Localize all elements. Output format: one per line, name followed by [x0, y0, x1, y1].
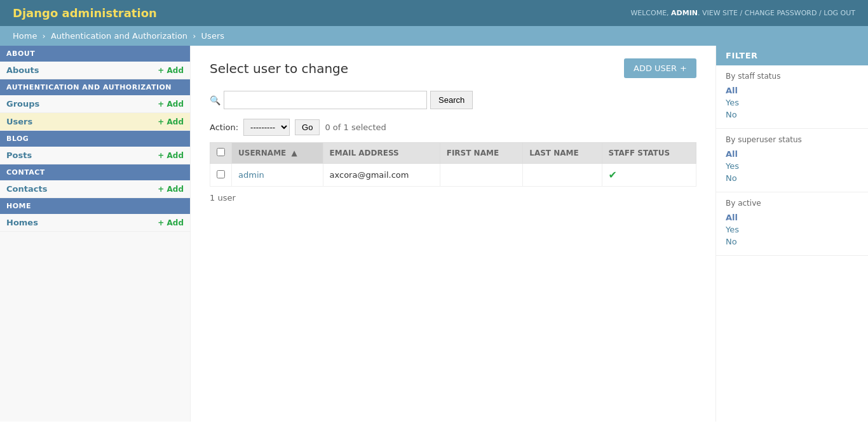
- row-checkbox-cell: [210, 164, 232, 187]
- select-all-header: [210, 143, 232, 164]
- filter-option-link[interactable]: No: [726, 237, 737, 246]
- sidebar-link-users[interactable]: Users: [6, 117, 32, 126]
- filter-header: FILTER: [716, 46, 868, 65]
- sidebar-item-abouts: Abouts+ Add: [0, 62, 190, 79]
- breadcrumb-home[interactable]: Home: [13, 31, 37, 41]
- breadcrumb-section[interactable]: Authentication and Authorization: [51, 31, 187, 41]
- search-icon: 🔍: [210, 95, 220, 105]
- logout-link[interactable]: LOG OUT: [824, 9, 855, 17]
- main-content: Select user to change ADD USER + 🔍 Searc…: [191, 46, 715, 422]
- sidebar: ABOUTAbouts+ AddAUTHENTICATION AND AUTHO…: [0, 46, 191, 422]
- username: ADMIN: [671, 9, 698, 17]
- breadcrumb-separator-2: ›: [193, 31, 198, 41]
- filter-option-link[interactable]: Yes: [726, 98, 739, 107]
- add-user-button[interactable]: ADD USER +: [624, 58, 696, 78]
- sidebar-item-contacts: Contacts+ Add: [0, 180, 190, 198]
- sidebar-section-contact: CONTACT: [0, 164, 190, 180]
- table-header-row: USERNAME ▲EMAIL ADDRESSFIRST NAMELAST NA…: [210, 143, 696, 164]
- col-last-name[interactable]: LAST NAME: [523, 143, 602, 164]
- search-button[interactable]: Search: [430, 91, 473, 109]
- sidebar-link-contacts[interactable]: Contacts: [6, 184, 47, 194]
- row-checkbox[interactable]: [217, 170, 225, 178]
- filter-option-selected[interactable]: All: [726, 213, 738, 222]
- filter-option: Yes: [726, 225, 858, 234]
- filter-section-by-staff-status: By staff statusAllYesNo: [716, 65, 868, 129]
- row-username: admin: [232, 164, 323, 187]
- sidebar-add-users[interactable]: + Add: [158, 117, 184, 126]
- filter-option-link[interactable]: Yes: [726, 225, 739, 234]
- sidebar-link-groups[interactable]: Groups: [6, 99, 39, 109]
- go-button[interactable]: Go: [295, 119, 320, 135]
- sidebar-link-homes[interactable]: Homes: [6, 218, 38, 227]
- filter-section-title: By superuser status: [726, 135, 858, 144]
- page-title: Select user to change: [210, 61, 348, 76]
- sidebar-add-posts[interactable]: + Add: [158, 151, 184, 160]
- action-select[interactable]: ---------: [243, 119, 290, 136]
- filter-section-by-superuser-status: By superuser statusAllYesNo: [716, 129, 868, 192]
- sidebar-section-about: ABOUT: [0, 46, 190, 62]
- username-link[interactable]: admin: [238, 170, 264, 180]
- filter-option: All: [726, 86, 858, 95]
- site-title: Django administration: [13, 6, 157, 20]
- table-head: USERNAME ▲EMAIL ADDRESSFIRST NAMELAST NA…: [210, 143, 696, 164]
- filter-option: Yes: [726, 161, 858, 171]
- filter-sections: By staff statusAllYesNoBy superuser stat…: [716, 65, 868, 256]
- add-icon: +: [680, 63, 687, 73]
- search-input[interactable]: [224, 91, 427, 109]
- col-first-name[interactable]: FIRST NAME: [440, 143, 523, 164]
- staff-status-icon: ✔: [609, 169, 617, 181]
- filter-section-title: By active: [726, 199, 858, 208]
- results-table: USERNAME ▲EMAIL ADDRESSFIRST NAMELAST NA…: [210, 142, 696, 187]
- sidebar-item-posts: Posts+ Add: [0, 147, 190, 164]
- filter-section-title: By staff status: [726, 72, 858, 81]
- col-email-address[interactable]: EMAIL ADDRESS: [323, 143, 440, 164]
- action-label: Action:: [210, 123, 238, 132]
- row-first-name: [440, 164, 523, 187]
- sidebar-add-groups[interactable]: + Add: [158, 100, 184, 109]
- filter-option-link[interactable]: No: [726, 110, 737, 119]
- table-body: adminaxcora@gmail.com✔: [210, 164, 696, 187]
- header: Django administration WELCOME, ADMIN. VI…: [0, 0, 868, 26]
- breadcrumb-current: Users: [201, 31, 224, 41]
- sidebar-section-auth: AUTHENTICATION AND AUTHORIZATION: [0, 79, 190, 95]
- filter-option: All: [726, 149, 858, 159]
- select-all-checkbox[interactable]: [217, 148, 225, 156]
- row-staff-status: ✔: [602, 164, 696, 187]
- sort-arrow-icon: ▲: [288, 149, 297, 157]
- table-row: adminaxcora@gmail.com✔: [210, 164, 696, 187]
- row-email: axcora@gmail.com: [323, 164, 440, 187]
- page-header: Select user to change ADD USER +: [210, 58, 696, 78]
- sidebar-section-home: HOME: [0, 198, 190, 214]
- sidebar-add-abouts[interactable]: + Add: [158, 66, 184, 75]
- filter-option-link[interactable]: No: [726, 173, 737, 183]
- count-text: 1 user: [210, 193, 696, 203]
- filter-option: No: [726, 173, 858, 183]
- filter-section-by-active: By activeAllYesNo: [716, 192, 868, 256]
- col-username[interactable]: USERNAME ▲: [232, 143, 323, 164]
- filter-option-selected[interactable]: All: [726, 86, 738, 95]
- sidebar-add-homes[interactable]: + Add: [158, 218, 184, 227]
- sidebar-item-groups: Groups+ Add: [0, 95, 190, 113]
- sidebar-item-users: Users+ Add: [0, 113, 190, 131]
- filter-option-link[interactable]: Yes: [726, 161, 739, 171]
- filter-option: No: [726, 237, 858, 246]
- col-staff-status[interactable]: STAFF STATUS: [602, 143, 696, 164]
- filter-option-selected[interactable]: All: [726, 149, 738, 159]
- change-password-link[interactable]: CHANGE PASSWORD: [745, 9, 817, 17]
- filter-option: No: [726, 110, 858, 119]
- sidebar-item-homes: Homes+ Add: [0, 214, 190, 232]
- filter-options-list: AllYesNo: [726, 213, 858, 246]
- sidebar-section-blog: BLOG: [0, 131, 190, 147]
- view-site-link[interactable]: VIEW SITE: [702, 9, 738, 17]
- breadcrumb-separator-1: ›: [43, 31, 48, 41]
- add-user-label: ADD USER: [634, 63, 677, 73]
- sidebar-link-posts[interactable]: Posts: [6, 150, 32, 160]
- filter-option: Yes: [726, 98, 858, 107]
- welcome-text: WELCOME,: [630, 9, 668, 17]
- content-wrapper: ABOUTAbouts+ AddAUTHENTICATION AND AUTHO…: [0, 46, 868, 422]
- sidebar-add-contacts[interactable]: + Add: [158, 185, 184, 194]
- selected-count: 0 of 1 selected: [325, 123, 386, 132]
- sidebar-link-abouts[interactable]: Abouts: [6, 65, 39, 75]
- row-last-name: [523, 164, 602, 187]
- filter-sidebar: FILTER By staff statusAllYesNoBy superus…: [715, 46, 868, 422]
